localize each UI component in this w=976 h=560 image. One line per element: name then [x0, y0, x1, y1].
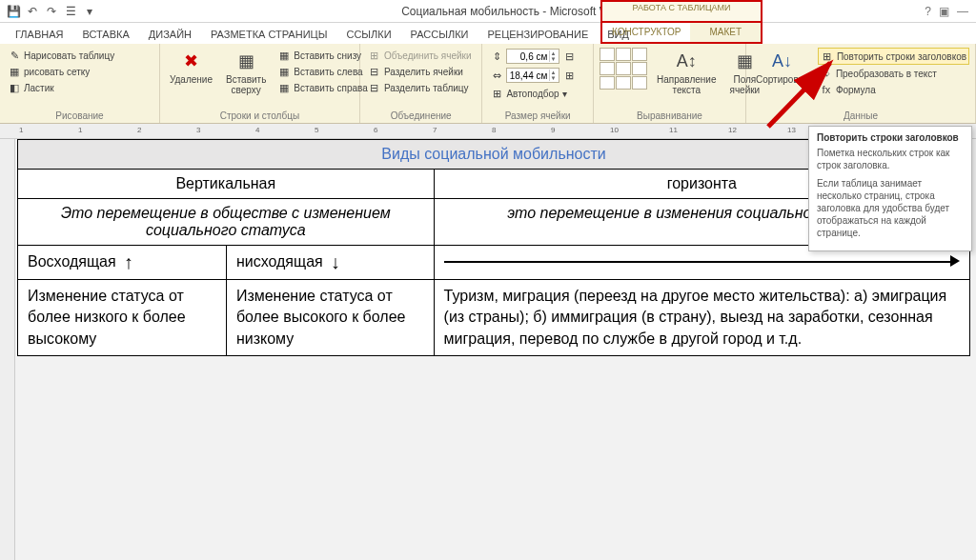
split-table-label: Разделить таблицу — [384, 83, 469, 93]
merge-label: Объединить ячейки — [384, 50, 472, 61]
width-input[interactable] — [507, 70, 549, 81]
ribbon-options-icon[interactable]: ▣ — [939, 5, 949, 18]
window-controls: ? ▣ — — [925, 5, 976, 18]
tooltip-repeat-header: Повторить строки заголовков Пометка неск… — [808, 126, 972, 251]
formula-button[interactable]: fxФормула — [818, 82, 969, 97]
minimize-icon[interactable]: — — [957, 5, 968, 18]
tab-home[interactable]: ГЛАВНАЯ — [6, 25, 72, 44]
ruler-tick: 8 — [492, 126, 496, 134]
height-spinner[interactable]: ▲▼ — [506, 49, 559, 64]
insert-above-label: Вставить сверху — [226, 74, 266, 95]
alignment-grid[interactable] — [600, 48, 647, 90]
split-label: Разделить ячейки — [384, 67, 463, 77]
row-height: ⇕ ▲▼ ⊟ — [488, 48, 578, 65]
group-rows-cols: ✖ Удаление ▦ Вставить сверху ▦Вставить с… — [160, 44, 360, 123]
quick-access-toolbar: 💾 ↶ ↷ ☰ ▾ — [0, 4, 103, 19]
ruler-tick: 2 — [137, 126, 141, 134]
group-data-label: Данные — [752, 109, 969, 121]
delete-button[interactable]: ✖ Удаление — [166, 48, 216, 87]
ribbon: ✎Нарисовать таблицу ▦рисовать сетку ◧Лас… — [0, 44, 976, 124]
repeat-header-icon: ⊞ — [821, 50, 834, 63]
group-merge-label: Объединение — [366, 109, 476, 121]
merge-cells-button[interactable]: ⊞Объединить ячейки — [366, 48, 474, 63]
insert-left-button[interactable]: ▦Вставить слева — [275, 64, 369, 79]
split-cells-button[interactable]: ⊟Разделить ячейки — [366, 64, 474, 79]
view-gridlines-button[interactable]: ▦рисовать сетку — [6, 64, 116, 79]
insert-above-button[interactable]: ▦ Вставить сверху — [222, 48, 270, 97]
draw-table-button[interactable]: ✎Нарисовать таблицу — [6, 48, 116, 63]
body-ascending[interactable]: Изменение статуса от более низкого к бол… — [18, 280, 227, 356]
sort-label: Сортировка — [756, 74, 808, 85]
save-icon[interactable]: 💾 — [6, 4, 21, 19]
tab-review[interactable]: РЕЦЕНЗИРОВАНИЕ — [478, 25, 598, 44]
insert-below-button[interactable]: ▦Вставить снизу — [275, 48, 369, 63]
bullets-icon[interactable]: ☰ — [63, 4, 78, 19]
insert-below-label: Вставить снизу — [294, 50, 361, 61]
header-vertical[interactable]: Вертикальная — [18, 170, 435, 199]
ruler-tick: 10 — [610, 126, 619, 134]
tab-table-design[interactable]: КОНСТРУКТОР — [602, 23, 690, 42]
formula-icon: fx — [820, 83, 833, 96]
sort-icon: A↓ — [768, 50, 795, 72]
tab-design[interactable]: ДИЗАЙН — [139, 25, 201, 44]
insert-right-label: Вставить справа — [294, 83, 367, 93]
distribute-rows-icon[interactable]: ⊟ — [562, 50, 576, 63]
help-icon[interactable]: ? — [925, 5, 931, 18]
qat-more-icon[interactable]: ▾ — [82, 4, 97, 19]
tab-table-layout[interactable]: МАКЕТ — [690, 23, 761, 42]
group-data: A↓ Сортировка ⊞Повторить строки заголовк… — [746, 44, 976, 123]
height-input[interactable] — [507, 51, 549, 62]
tab-references[interactable]: ССЫЛКИ — [336, 25, 400, 44]
grid-label: рисовать сетку — [24, 67, 90, 77]
body-horizontal[interactable]: Туризм, миграция (переезд на другое мест… — [434, 280, 969, 356]
sub-descending[interactable]: нисходящая↓ — [226, 246, 434, 280]
repeat-header-label: Повторить строки заголовков — [837, 51, 966, 62]
tab-page-layout[interactable]: РАЗМЕТКА СТРАНИЦЫ — [201, 25, 336, 44]
draw-table-label: Нарисовать таблицу — [24, 50, 114, 61]
ruler-tick: 1 — [78, 126, 82, 134]
desc-vertical[interactable]: Это перемещение в обществе с изменением … — [18, 199, 435, 246]
undo-icon[interactable]: ↶ — [25, 4, 40, 19]
delete-label: Удаление — [170, 74, 213, 85]
context-title: РАБОТА С ТАБЛИЦАМИ — [602, 2, 761, 12]
tooltip-text-2: Если таблица занимает несколько страниц,… — [817, 177, 964, 239]
table-body-row: Изменение статуса от более низкого к бол… — [18, 280, 970, 356]
group-rows-cols-label: Строки и столбцы — [166, 109, 354, 121]
ruler-tick: 4 — [255, 126, 259, 134]
eraser-button[interactable]: ◧Ластик — [6, 80, 116, 95]
redo-icon[interactable]: ↷ — [44, 4, 59, 19]
autofit-button[interactable]: ⊞Автоподбор ▾ — [488, 86, 578, 101]
tab-mailings[interactable]: РАССЫЛКИ — [401, 25, 478, 44]
distribute-cols-icon[interactable]: ⊞ — [562, 69, 576, 82]
sub-ascending-text: Восходящая — [28, 253, 116, 270]
split-table-button[interactable]: ⊟Разделить таблицу — [366, 80, 474, 95]
tooltip-text-1: Пометка нескольких строк как строк загол… — [817, 147, 964, 171]
arrow-down-icon: ↓ — [331, 251, 340, 273]
sub-ascending[interactable]: Восходящая↑ — [18, 246, 227, 280]
arrow-right-icon — [444, 251, 960, 270]
autofit-label: Автоподбор — [506, 89, 559, 99]
insert-left-icon: ▦ — [277, 65, 291, 78]
ruler-tick: 12 — [728, 126, 737, 134]
repeat-header-rows-button[interactable]: ⊞Повторить строки заголовков — [818, 48, 969, 65]
width-spinner[interactable]: ▲▼ — [506, 68, 559, 83]
convert-to-text-button[interactable]: ➪Преобразовать в текст — [818, 66, 969, 81]
insert-right-button[interactable]: ▦Вставить справа — [275, 80, 369, 95]
tab-insert[interactable]: ВСТАВКА — [72, 25, 138, 44]
insert-above-icon: ▦ — [233, 50, 259, 72]
eraser-icon: ◧ — [8, 81, 21, 94]
vertical-ruler[interactable] — [0, 139, 15, 560]
group-cell-size: ⇕ ▲▼ ⊟ ⇔ ▲▼ ⊞ ⊞Автоподбор ▾ Размер ячейк… — [482, 44, 594, 123]
ruler-tick: 3 — [196, 126, 200, 134]
split-table-icon: ⊟ — [368, 81, 381, 94]
pencil-icon: ✎ — [8, 49, 21, 62]
window-title: Социальная мобильность - Microsoft Word — [103, 5, 925, 18]
sort-button[interactable]: A↓ Сортировка — [752, 48, 812, 87]
sub-descending-text: нисходящая — [236, 253, 323, 270]
group-merge: ⊞Объединить ячейки ⊟Разделить ячейки ⊟Ра… — [360, 44, 482, 123]
text-direction-button[interactable]: A↕ Направление текста — [653, 48, 720, 97]
col-width: ⇔ ▲▼ ⊞ — [488, 67, 578, 84]
eraser-label: Ластик — [24, 83, 54, 93]
group-size-label: Размер ячейки — [488, 109, 587, 121]
body-descending[interactable]: Изменение статуса от более высокого к бо… — [226, 280, 434, 356]
